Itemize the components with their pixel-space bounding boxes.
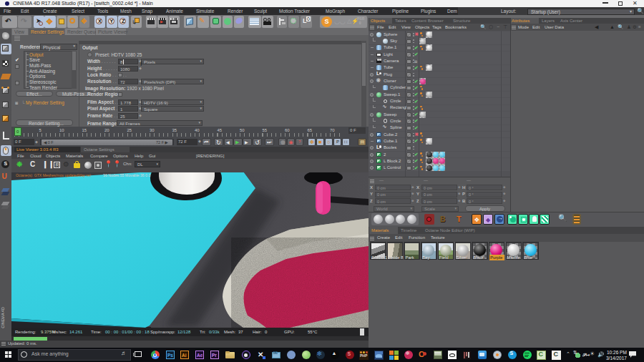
svg-text:36 Nodes:55 Movable:36 0.0: 36 Nodes:55 Movable:36 0.0	[103, 173, 150, 177]
svg-text:Octane(s): GTX Meshes/mov up: Octane(s): GTX Meshes/mov updated/day re…	[16, 173, 92, 177]
